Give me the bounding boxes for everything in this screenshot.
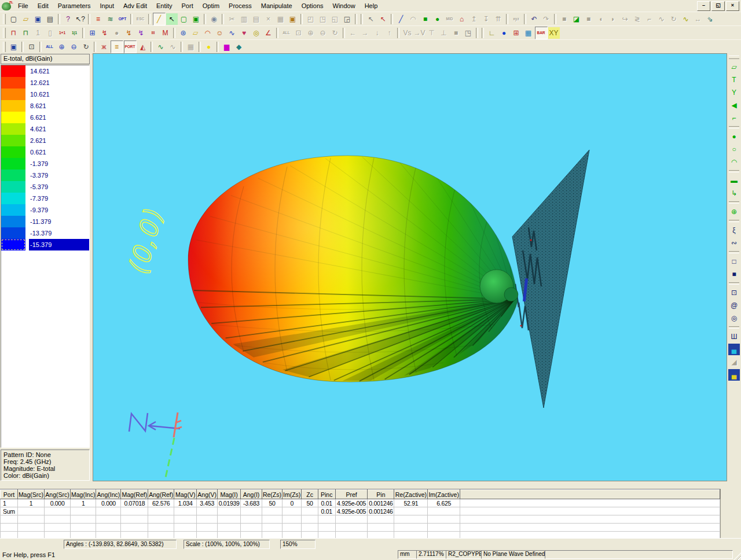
simulate-icon[interactable]: ↯ <box>99 27 111 39</box>
sphere-display-icon[interactable]: ● <box>498 27 510 39</box>
legend-entry[interactable]: -1.379 <box>1 158 89 170</box>
check-poly-icon[interactable]: ◪ <box>571 13 582 25</box>
legend-entry[interactable]: -15.379 <box>1 239 89 250</box>
taper-tool-icon[interactable]: ◀ <box>728 100 740 111</box>
light-icon[interactable]: ● <box>203 41 215 53</box>
menu-entity[interactable]: Entity <box>152 1 177 11</box>
axes-3d-icon[interactable]: ж <box>98 41 110 53</box>
about-help-icon[interactable]: ? <box>63 13 74 25</box>
legend-entry[interactable]: 0.621 <box>1 146 89 158</box>
notes-icon[interactable]: ▱ <box>190 27 201 39</box>
menu-adv-edit[interactable]: Adv Edit <box>119 1 152 11</box>
corner-display-icon[interactable]: ◳ <box>463 27 474 39</box>
menu-manipulate[interactable]: Manipulate <box>256 1 297 11</box>
legend-entry[interactable]: 8.621 <box>1 100 89 112</box>
mesh-view-icon[interactable]: ⊞ <box>87 27 98 39</box>
t-junction-icon[interactable]: T <box>728 74 740 86</box>
zoom-extent-icon[interactable]: ↻ <box>80 41 92 53</box>
open-file-icon[interactable]: ▱ <box>20 13 32 25</box>
select-entity-icon[interactable]: ↖ <box>365 13 377 25</box>
pipe-bend-tool-icon[interactable]: ↳ <box>728 187 740 199</box>
series-port-icon[interactable]: 1+1 <box>57 27 68 39</box>
diff-port-icon[interactable]: 1|1 <box>69 27 80 39</box>
select-polygon-icon[interactable]: ▢ <box>178 13 190 25</box>
loop-tool-icon[interactable]: ∾ <box>728 237 740 249</box>
ellipse-tool-icon[interactable]: ● <box>728 131 740 142</box>
pattern-body-icon[interactable]: ☺ <box>214 27 226 39</box>
metal-layers-icon[interactable]: ≡ <box>93 13 104 25</box>
legend-entry[interactable]: 10.621 <box>1 89 89 100</box>
menu-options[interactable]: Options <box>297 1 328 11</box>
define-port-icon[interactable]: ⊓ <box>8 27 20 39</box>
meander-tool-icon[interactable]: Ш <box>728 331 740 342</box>
build-wave-icon[interactable]: ∿ <box>680 13 692 25</box>
current-3d-icon[interactable]: ♥ <box>239 27 250 39</box>
zoom-out-view-icon[interactable]: ⊖ <box>68 41 80 53</box>
view-3d-container[interactable]: (0,0) <box>93 53 727 481</box>
legend-entry[interactable]: -5.379 <box>1 181 89 193</box>
menu-window[interactable]: Window <box>328 1 360 11</box>
xy-display-icon[interactable]: XY <box>548 27 560 39</box>
patch-yellow-icon[interactable]: ▄ <box>728 369 740 381</box>
legend-display-icon[interactable]: ≡ <box>111 40 123 53</box>
near-field-icon[interactable]: ◎ <box>251 27 262 39</box>
grid-display-icon[interactable]: ⊞ <box>511 27 522 39</box>
draw-polygon-icon[interactable]: ⌂ <box>456 13 468 25</box>
menu-process[interactable]: Process <box>224 1 256 11</box>
y-junction-icon[interactable]: Y <box>728 87 740 98</box>
draw-mode-icon[interactable]: ╱ <box>153 13 166 25</box>
save-file-icon[interactable]: ▣ <box>32 13 44 25</box>
pattern-graph-icon[interactable]: ◭ <box>137 41 149 53</box>
spiral-round-tool-icon[interactable]: @ <box>728 300 740 311</box>
pattern-list-icon[interactable]: M <box>160 27 171 39</box>
ez-graph-icon[interactable]: ∠ <box>263 27 274 39</box>
far-field-arc-icon[interactable]: ◠ <box>202 27 214 39</box>
legend-entry[interactable]: 14.621 <box>1 65 89 77</box>
zoom-in-view-icon[interactable]: ⊕ <box>56 41 68 53</box>
bar-display-icon[interactable]: BAR <box>535 27 548 39</box>
legend-entry[interactable]: 12.621 <box>1 77 89 89</box>
draw-line-icon[interactable]: ╱ <box>395 13 407 25</box>
legend-entry[interactable]: -3.379 <box>1 170 89 181</box>
toolbar-grip[interactable] <box>729 56 739 59</box>
menu-optim[interactable]: Optim <box>198 1 224 11</box>
order-down-icon[interactable]: ◲ <box>342 13 353 25</box>
simulate-current-icon[interactable]: ↯ <box>123 27 135 39</box>
aperture-tool-icon[interactable]: □ <box>728 256 740 267</box>
arc-tool-icon[interactable]: ◠ <box>728 156 740 168</box>
bend-tool-icon[interactable]: ⌐ <box>728 112 740 124</box>
legend-entry[interactable]: -7.379 <box>1 193 89 204</box>
s-param-graph-icon[interactable]: ∿ <box>226 27 238 39</box>
legend-entry[interactable]: 4.621 <box>1 123 89 135</box>
elevation-display-icon[interactable]: ∟ <box>486 27 498 39</box>
layer-sheets-icon[interactable]: ≋ <box>105 13 116 25</box>
draw-circle-icon[interactable]: ● <box>432 13 443 25</box>
current-dist-icon[interactable]: III <box>148 27 159 39</box>
port-properties-icon[interactable]: ⊓ <box>20 27 32 39</box>
port-table-icon[interactable]: PORT <box>124 40 137 53</box>
resize-grip[interactable] <box>733 552 741 560</box>
ring-tool-icon[interactable]: ○ <box>728 143 740 155</box>
menu-port[interactable]: Port <box>177 1 198 11</box>
toolbar-grip[interactable] <box>3 28 6 38</box>
toolbar-grip[interactable] <box>3 14 6 24</box>
legend-entry[interactable]: 2.621 <box>1 135 89 146</box>
fit-window-icon[interactable]: ⊡ <box>26 41 38 53</box>
select-vertex-icon[interactable]: ↖ <box>377 13 389 25</box>
print-icon[interactable]: ▤ <box>45 13 56 25</box>
radiation-sphere-icon[interactable]: ⊛ <box>178 27 189 39</box>
legend-entry[interactable]: -11.379 <box>1 216 89 227</box>
optim-icon[interactable]: OPT <box>117 13 129 25</box>
spiral-circle-tool-icon[interactable]: ◎ <box>728 312 740 324</box>
fill-color-icon[interactable]: ◆ <box>233 41 245 53</box>
context-help-icon[interactable]: ↖? <box>75 13 86 25</box>
draw-rect-icon[interactable]: ■ <box>420 13 431 25</box>
menu-edit[interactable]: Edit <box>33 1 53 11</box>
close-button[interactable]: × <box>726 1 739 11</box>
undo-icon[interactable]: ↶ <box>529 13 540 25</box>
select-mode-icon[interactable]: ↖ <box>166 13 178 25</box>
view-all-icon[interactable]: ALL <box>44 41 56 53</box>
cylinder-tool-icon[interactable]: ▬ <box>728 175 740 186</box>
parallelogram-tool-icon[interactable]: ▱ <box>728 61 740 73</box>
menu-input[interactable]: Input <box>96 1 119 11</box>
